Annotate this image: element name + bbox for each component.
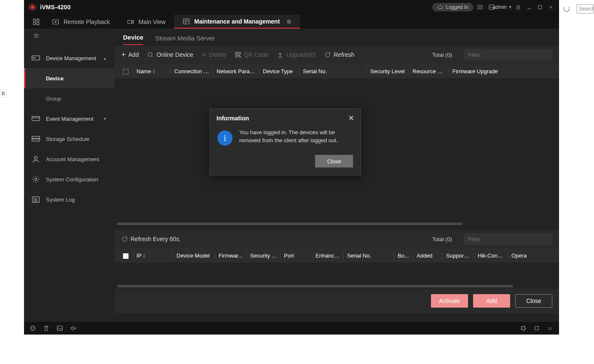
col-connection[interactable]: Connection T... (171, 68, 213, 74)
col-enhanced[interactable]: Enhance... (312, 252, 344, 259)
statusbar (24, 322, 559, 335)
col-hikconnect[interactable]: Hik-Conn... (474, 252, 508, 259)
dialog-title: Information (217, 115, 249, 122)
h-scrollbar-lower[interactable] (115, 284, 559, 289)
user-menu[interactable]: admin ▼ (499, 3, 506, 11)
subtabs: Device Stream Media Server (115, 29, 559, 45)
dialog-close-button[interactable]: Close (315, 155, 353, 167)
sidebar-item-system-configuration[interactable]: System Configuration (24, 169, 115, 189)
online-toolbar: Refresh Every 60s. Total (0) (115, 230, 559, 248)
col-resource[interactable]: Resource Us... (409, 68, 449, 74)
activate-button[interactable]: Activate (431, 294, 468, 308)
h-scrollbar[interactable] (115, 221, 559, 226)
col-name[interactable]: Name (136, 68, 151, 74)
subtab-stream-media[interactable]: Stream Media Server (155, 35, 215, 45)
add-online-button[interactable]: Add (473, 294, 510, 308)
tab-label: Main View (139, 19, 166, 25)
sidebar-item-account-management[interactable]: Account Management (24, 149, 115, 169)
col-ip[interactable]: IP (136, 252, 142, 259)
lock-icon[interactable] (514, 3, 522, 11)
sort-icon[interactable] (143, 253, 147, 258)
svg-rect-28 (238, 55, 239, 56)
add-button[interactable]: +Add (121, 50, 139, 59)
tab-label: Remote Playback (64, 19, 110, 25)
refresh-button[interactable]: Refresh (324, 51, 354, 58)
titlebar: iVMS-4200 Logged In admin ▼ | (24, 0, 559, 14)
close-window-icon[interactable] (547, 3, 555, 11)
camera-icon (127, 18, 134, 26)
delete-button: ✕Delete (202, 51, 226, 58)
top-tabs: Remote Playback Main View Maintenance an… (24, 14, 559, 29)
sidebar-item-device[interactable]: Device (24, 68, 115, 88)
tab-main-view[interactable]: Main View (118, 15, 174, 29)
refresh-60s-button[interactable]: Refresh Every 60s. (121, 236, 181, 242)
col-added[interactable]: Added (413, 252, 443, 259)
close-online-button[interactable]: Close (515, 294, 552, 308)
tab-remote-playback[interactable]: Remote Playback (43, 15, 118, 29)
svg-rect-32 (535, 327, 538, 330)
trash-icon[interactable] (43, 324, 50, 332)
apps-grid-icon[interactable] (29, 15, 43, 29)
sidebar-item-group[interactable]: Group (24, 88, 115, 109)
restore-icon[interactable] (533, 324, 540, 332)
tab-close-icon[interactable]: ⊗ (286, 18, 292, 25)
col-device-type[interactable]: Device Type (260, 68, 300, 74)
sidebar-label: System Log (46, 197, 75, 203)
col-network[interactable]: Network Param... (213, 68, 260, 74)
select-all-checkbox[interactable] (123, 253, 128, 259)
maximize-icon[interactable] (536, 3, 544, 11)
minimize-icon[interactable] (525, 3, 533, 11)
dialog-close-icon[interactable]: ✕ (348, 114, 354, 122)
online-filter-input[interactable] (464, 233, 552, 245)
alarm-icon[interactable] (29, 324, 37, 332)
svg-rect-13 (128, 20, 132, 24)
hamburger-icon[interactable] (24, 29, 115, 43)
online-devices-pane: Refresh Every 60s. Total (0) IP Device M… (115, 230, 559, 313)
total-count: Total (0) (432, 52, 452, 58)
filter-input[interactable] (464, 49, 552, 61)
browser-search-input[interactable]: Search (577, 4, 594, 13)
sort-icon[interactable] (153, 69, 156, 74)
svg-point-2 (478, 5, 478, 5)
app-window: iVMS-4200 Logged In admin ▼ | Remote Pla… (24, 0, 559, 335)
pin-icon[interactable] (519, 324, 527, 332)
online-device-button[interactable]: Online Device (147, 51, 193, 58)
collapse-icon[interactable] (546, 324, 554, 332)
col-operation[interactable]: Opera (508, 252, 559, 259)
online-table-header: IP Device Model Firmwar... Security ... … (115, 248, 559, 263)
tab-maintenance[interactable]: Maintenance and Management ⊗ (174, 15, 300, 29)
image-icon[interactable] (56, 324, 64, 332)
select-all-checkbox[interactable] (123, 69, 128, 74)
log-icon (32, 196, 40, 203)
svg-rect-20 (32, 139, 40, 141)
subtab-device[interactable]: Device (123, 34, 143, 45)
col-serial[interactable]: Serial No. (300, 68, 367, 74)
svg-point-24 (148, 53, 152, 56)
col-security[interactable]: Security Level (367, 68, 409, 74)
col-security[interactable]: Security ... (247, 252, 281, 259)
svg-rect-31 (57, 326, 62, 331)
svg-rect-9 (37, 19, 39, 21)
col-firmware[interactable]: Firmware Upgrade (449, 68, 559, 74)
svg-rect-19 (32, 136, 40, 138)
upgrade-button: Upgrade(0) (277, 51, 316, 58)
login-status-pill[interactable]: Logged In (432, 3, 473, 11)
storage-icon (32, 136, 40, 142)
sidebar-label: Device (46, 75, 64, 82)
sidebar-item-system-log[interactable]: System Log (24, 189, 115, 210)
list-icon[interactable] (477, 3, 484, 11)
col-boot[interactable]: Bo... (394, 252, 413, 259)
sidebar-item-event-management[interactable]: Event Management ▼ (24, 109, 115, 129)
col-device-model[interactable]: Device Model (173, 252, 215, 259)
sidebar-item-storage-schedule[interactable]: Storage Schedule (24, 129, 115, 149)
col-support[interactable]: Support ... (443, 252, 474, 259)
sidebar-item-device-management[interactable]: Device Management ▲ (24, 48, 115, 68)
mute-icon[interactable] (70, 324, 77, 332)
browser-refresh-icon[interactable] (564, 6, 570, 12)
spreadsheet-column-header-b: B (0, 89, 7, 98)
svg-rect-26 (238, 52, 241, 54)
col-firmware[interactable]: Firmwar... (215, 252, 247, 259)
col-serial[interactable]: Serial No. (344, 252, 394, 259)
col-port[interactable]: Port (281, 252, 312, 259)
sidebar-label: Account Management (46, 156, 99, 162)
